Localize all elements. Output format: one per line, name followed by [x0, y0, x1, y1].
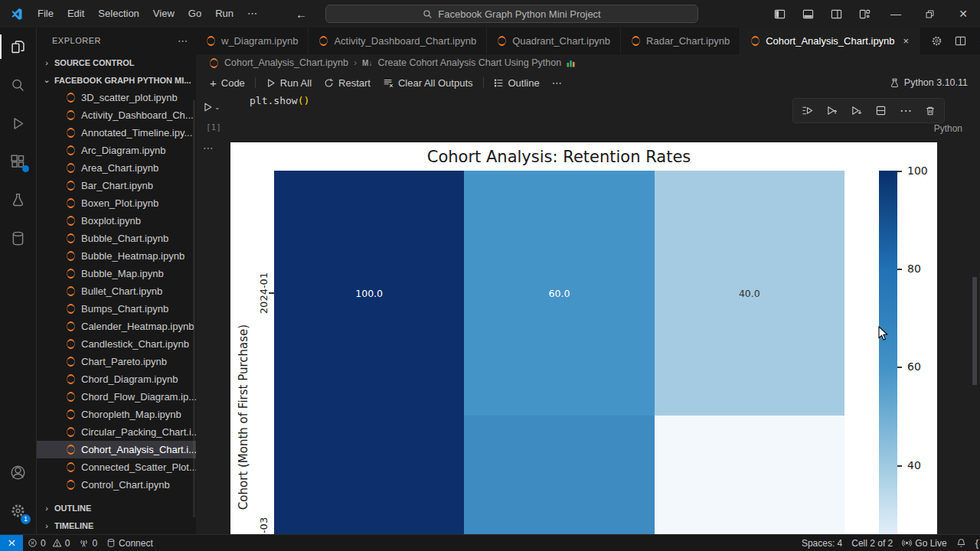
database-connect[interactable]: Connect — [102, 535, 158, 551]
file-item[interactable]: Circular_Packing_Chart.i... — [37, 423, 196, 441]
database-icon[interactable] — [0, 219, 36, 257]
file-name: Cohort_Analysis_Chart.i... — [81, 444, 196, 455]
heatmap-cell — [655, 416, 844, 534]
section-timeline[interactable]: › TIMELINE — [37, 517, 196, 534]
extensions-icon[interactable] — [0, 142, 36, 181]
indent-indicator[interactable]: Spaces: 4 — [797, 535, 847, 551]
notebook-settings-gear-icon[interactable] — [931, 35, 942, 47]
toggle-panel-icon[interactable] — [794, 0, 822, 28]
file-item[interactable]: Activity_Dashboard_Ch... — [37, 106, 196, 124]
close-icon[interactable]: ✕ — [946, 0, 980, 28]
file-item[interactable]: Bubble_Heatmap.ipynb — [37, 247, 196, 265]
file-item[interactable]: Calender_Heatmap.ipynb — [37, 318, 196, 335]
heatmap: 100.0 60.0 40.0 — [274, 171, 844, 534]
editor-scrollbar[interactable] — [972, 277, 977, 385]
file-item[interactable]: Bar_Chart.ipynb — [37, 177, 196, 194]
run-cell-button[interactable]: ⌄ — [202, 102, 220, 112]
menu-item[interactable]: View — [146, 0, 181, 28]
clear-all-outputs-button[interactable]: Clear All Outputs — [377, 77, 479, 89]
section-workspace[interactable]: ⌄ FACEBOOK GRAPH PYTHON MI... — [37, 71, 196, 89]
run-below-icon[interactable] — [851, 105, 862, 116]
breadcrumb: Cohort_Analysis_Chart.ipynb › M↓ Create … — [196, 54, 980, 71]
breadcrumb-file[interactable]: Cohort_Analysis_Chart.ipynb — [224, 57, 348, 68]
file-name: Candlestick_Chart.ipynb — [81, 338, 189, 350]
file-item[interactable]: Bullet_Chart.ipynb — [37, 282, 196, 300]
file-item[interactable]: Annotated_Timeline.ipy... — [37, 124, 196, 142]
file-item[interactable]: Bumps_Chart.ipynb — [37, 300, 196, 318]
file-item[interactable]: Chord_Diagram.ipynb — [37, 370, 196, 388]
file-item[interactable]: Connected_Scatter_Plot... — [37, 458, 196, 476]
run-and-debug-icon[interactable] — [0, 104, 36, 142]
more-icon[interactable]: ⋯ — [178, 35, 188, 47]
command-center[interactable]: Facebook Graph Python Mini Project — [325, 5, 698, 23]
sidebar-scrollbar[interactable] — [193, 100, 195, 517]
run-all-button[interactable]: Run All — [260, 77, 318, 89]
file-item[interactable]: Bubble_Chart.ipynb — [37, 230, 196, 247]
editor-tab[interactable]: Cohort_Analysis_Chart.ipynb × — [740, 28, 920, 54]
file-name: Calender_Heatmap.ipynb — [81, 321, 194, 332]
menu-more-icon[interactable]: ⋯ — [240, 0, 265, 28]
file-item[interactable]: Boxen_Plot.ipynb — [37, 194, 196, 212]
close-icon[interactable]: × — [903, 35, 910, 47]
file-item[interactable]: Boxplot.ipynb — [37, 212, 196, 230]
notifications-bell-icon[interactable] — [952, 535, 971, 551]
menu-item[interactable]: Selection — [91, 0, 145, 28]
markdown-cell-icon: M↓ — [362, 59, 372, 67]
file-item[interactable]: 3D_scatter_plot.ipynb — [37, 89, 196, 106]
run-above-icon[interactable] — [826, 105, 838, 116]
menu-item[interactable]: Run — [208, 0, 240, 28]
menu-item[interactable]: Go — [181, 0, 208, 28]
delete-cell-icon[interactable] — [925, 106, 936, 116]
bracket-formatter-icon[interactable]: { — [971, 535, 978, 551]
split-cell-icon[interactable] — [875, 105, 887, 116]
go-live-button[interactable]: Go Live — [897, 535, 951, 551]
file-item[interactable]: Candlestick_Chart.ipynb — [37, 335, 196, 353]
more-icon[interactable]: ⋯ — [900, 103, 912, 118]
section-outline[interactable]: › OUTLINE — [37, 499, 196, 517]
editor-tab[interactable]: w_Diagram.ipynb — [196, 28, 309, 54]
toggle-secondary-sidebar-icon[interactable] — [822, 0, 851, 28]
editor-tab[interactable]: Activity_Dashboard_Chart.ipynb — [309, 28, 487, 54]
split-editor-icon[interactable] — [955, 35, 966, 47]
search-icon[interactable] — [0, 66, 36, 104]
broadcast-icon — [902, 538, 912, 548]
execute-cells-icon[interactable] — [802, 105, 813, 116]
kernel-picker[interactable]: Python 3.10.11 — [890, 77, 980, 88]
file-item[interactable]: Choropleth_Map.ipynb — [37, 406, 196, 423]
file-item[interactable]: Cohort_Analysis_Chart.i... — [37, 441, 196, 458]
breadcrumb-cell[interactable]: Create Cohort Analysis Chart Using Pytho… — [377, 57, 561, 68]
restart-button[interactable]: Restart — [318, 77, 377, 89]
file-item[interactable]: Control_Chart.ipynb — [37, 476, 196, 494]
file-item[interactable]: Area_Chart.ipynb — [37, 159, 196, 177]
file-item[interactable]: Chart_Pareto.ipynb — [37, 353, 196, 370]
testing-icon[interactable] — [0, 181, 36, 219]
editor-tab[interactable]: Radar_Chart.ipynb — [621, 28, 740, 54]
cell-language[interactable]: Python — [934, 123, 962, 134]
explorer-icon[interactable] — [0, 28, 36, 66]
restore-icon[interactable] — [913, 0, 946, 28]
menu-item[interactable]: Edit — [60, 0, 91, 28]
status-bar: 0 0 0 Connect Spaces: 4 Cell 2 of 2 — [0, 534, 980, 551]
code-line[interactable]: plt.show() — [250, 95, 309, 106]
ports-indicator[interactable]: 0 — [74, 535, 102, 551]
customize-layout-icon[interactable] — [851, 0, 879, 28]
menu-item[interactable]: File — [31, 0, 60, 28]
file-item[interactable]: Chord_Flow_Diagram.ip... — [37, 388, 196, 406]
more-icon[interactable]: ⋯ — [546, 77, 568, 89]
add-code-cell-button[interactable]: + Code — [204, 77, 251, 90]
editor-tab[interactable]: Quadrant_Chart.ipynb — [487, 28, 621, 54]
colorbar — [879, 171, 897, 534]
remote-indicator[interactable] — [0, 535, 23, 551]
file-item[interactable]: Arc_Diagram.ipynb — [37, 142, 196, 159]
output-options-icon[interactable]: ⋯ — [203, 142, 214, 154]
outline-button[interactable]: Outline — [488, 77, 546, 89]
back-icon[interactable]: ← — [296, 8, 307, 21]
section-source-control[interactable]: › SOURCE CONTROL — [37, 54, 196, 71]
settings-gear-icon[interactable]: 1 — [0, 491, 36, 530]
problems-indicator[interactable]: 0 0 — [23, 535, 74, 551]
minimize-icon[interactable]: — — [879, 0, 913, 28]
account-icon[interactable] — [0, 453, 36, 491]
toggle-sidebar-icon[interactable] — [766, 0, 794, 28]
file-item[interactable]: Bubble_Map.ipynb — [37, 265, 196, 282]
cell-indicator[interactable]: Cell 2 of 2 — [847, 535, 897, 551]
